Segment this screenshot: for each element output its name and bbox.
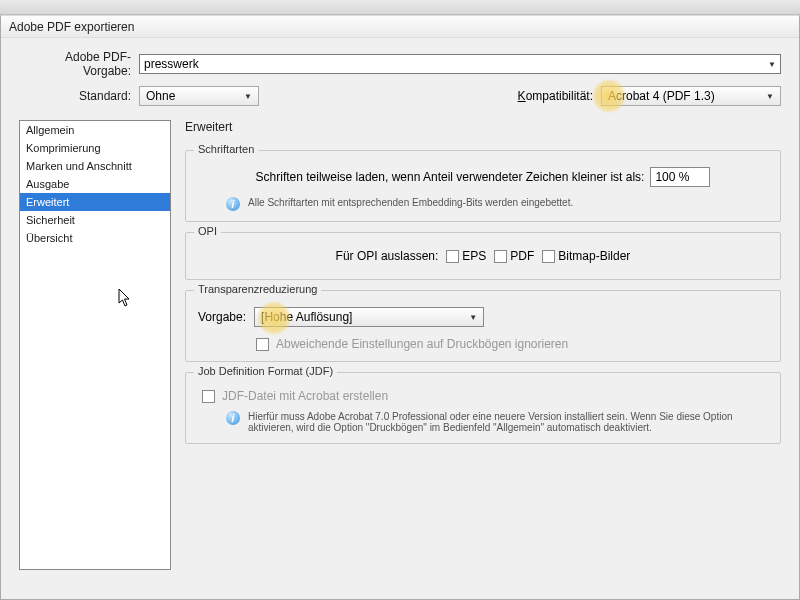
info-icon: i xyxy=(226,411,240,425)
compat-label: Kompatibilität: xyxy=(518,89,601,103)
sidebar-item-allgemein[interactable]: Allgemein xyxy=(20,121,170,139)
transparency-preset-value: [Hohe Auflösung] xyxy=(261,310,352,324)
opi-group-title: OPI xyxy=(194,225,221,237)
opi-pdf-checkbox[interactable]: PDF xyxy=(494,249,534,263)
jdf-info-text: Hierfür muss Adobe Acrobat 7.0 Professio… xyxy=(248,411,768,433)
preset-dropdown[interactable]: presswerk ▼ xyxy=(139,54,781,74)
opi-bitmap-checkbox[interactable]: Bitmap-Bilder xyxy=(542,249,630,263)
ignore-spread-label: Abweichende Einstellungen auf Druckbögen… xyxy=(276,337,568,351)
chevron-down-icon: ▼ xyxy=(766,92,774,101)
jdf-create-checkbox[interactable] xyxy=(202,390,215,403)
export-pdf-dialog: Adobe PDF exportieren Adobe PDF-Vorgabe:… xyxy=(0,15,800,600)
panel-title: Erweitert xyxy=(185,120,781,134)
fonts-group: Schriftarten Schriften teilweise laden, … xyxy=(185,150,781,222)
chevron-down-icon: ▼ xyxy=(768,60,776,69)
compat-value: Acrobat 4 (PDF 1.3) xyxy=(608,89,715,103)
advanced-panel: Erweitert Schriftarten Schriften teilwei… xyxy=(185,120,781,570)
standard-dropdown[interactable]: Ohne ▼ xyxy=(139,86,259,106)
chevron-down-icon: ▼ xyxy=(469,313,477,322)
transparency-group-title: Transparenzreduzierung xyxy=(194,283,321,295)
sidebar-item-sicherheit[interactable]: Sicherheit xyxy=(20,211,170,229)
opi-omit-label: Für OPI auslassen: xyxy=(336,249,439,263)
preset-label: Adobe PDF-Vorgabe: xyxy=(19,50,139,78)
standard-label: Standard: xyxy=(19,89,139,103)
jdf-group: Job Definition Format (JDF) JDF-Datei mi… xyxy=(185,372,781,444)
subset-label: Schriften teilweise laden, wenn Anteil v… xyxy=(256,170,645,184)
dialog-title: Adobe PDF exportieren xyxy=(9,20,134,34)
compat-dropdown[interactable]: Acrobat 4 (PDF 1.3) ▼ xyxy=(601,86,781,106)
sidebar-item-ausgabe[interactable]: Ausgabe xyxy=(20,175,170,193)
opi-eps-checkbox[interactable]: EPS xyxy=(446,249,486,263)
chevron-down-icon: ▼ xyxy=(244,92,252,101)
jdf-create-label: JDF-Datei mit Acrobat erstellen xyxy=(222,389,388,403)
dialog-titlebar: Adobe PDF exportieren xyxy=(1,16,799,38)
sidebar-item-komprimierung[interactable]: Komprimierung xyxy=(20,139,170,157)
transparency-group: Transparenzreduzierung Vorgabe: [Hohe Au… xyxy=(185,290,781,362)
ignore-spread-checkbox[interactable] xyxy=(256,338,269,351)
sidebar-item-uebersicht[interactable]: Übersicht xyxy=(20,229,170,247)
transparency-preset-dropdown[interactable]: [Hohe Auflösung] ▼ xyxy=(254,307,484,327)
category-sidebar: Allgemein Komprimierung Marken und Ansch… xyxy=(19,120,171,570)
fonts-info-text: Alle Schriftarten mit entsprechenden Emb… xyxy=(248,197,573,208)
standard-value: Ohne xyxy=(146,89,175,103)
fonts-group-title: Schriftarten xyxy=(194,143,258,155)
info-icon: i xyxy=(226,197,240,211)
sidebar-item-marken[interactable]: Marken und Anschnitt xyxy=(20,157,170,175)
opi-group: OPI Für OPI auslassen: EPS PDF Bitmap-Bi… xyxy=(185,232,781,280)
transparency-preset-label: Vorgabe: xyxy=(198,310,246,324)
jdf-group-title: Job Definition Format (JDF) xyxy=(194,365,337,377)
sidebar-item-erweitert[interactable]: Erweitert xyxy=(20,193,170,211)
subset-threshold-input[interactable] xyxy=(650,167,710,187)
preset-value: presswerk xyxy=(144,57,199,71)
